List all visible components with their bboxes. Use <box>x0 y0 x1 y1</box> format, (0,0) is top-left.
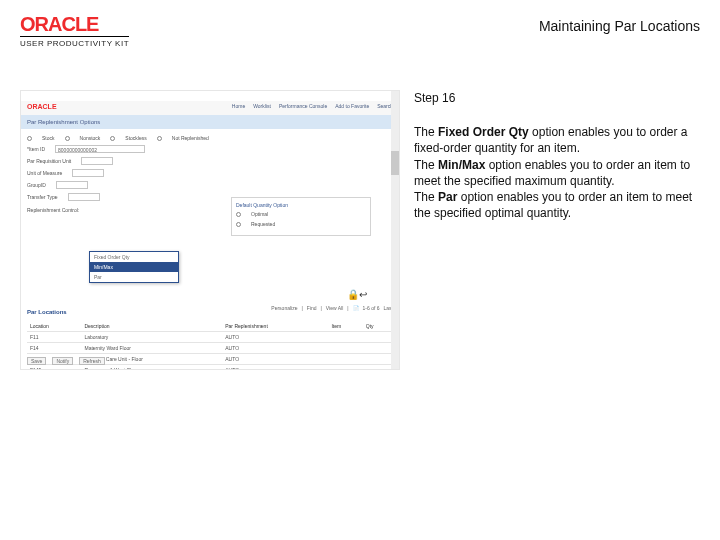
radio[interactable] <box>236 212 241 217</box>
input[interactable] <box>68 193 100 201</box>
scrollbar[interactable] <box>391 91 399 369</box>
radio[interactable] <box>110 136 115 141</box>
table-row: F11LaboratoryAUTO <box>27 332 393 343</box>
lock-icon: 🔒↩ <box>347 289 367 300</box>
radio[interactable] <box>27 136 32 141</box>
embedded-screenshot: ORACLE Home Worklist Performance Console… <box>20 90 400 370</box>
app-brand: ORACLE <box>27 103 57 110</box>
paragraph: The Min/Max option enables you to order … <box>414 157 700 189</box>
radio[interactable] <box>65 136 70 141</box>
replenish-dropdown[interactable]: Fixed Order Qty Min/Max Par <box>89 251 179 283</box>
label: *Item ID <box>27 146 45 152</box>
refresh-button[interactable]: Refresh <box>79 357 105 365</box>
table-row: F145Recovery - 1 West FloorAUTO <box>27 365 393 371</box>
input[interactable] <box>72 169 104 177</box>
grid-toolbar: Personalize| Find| View All| 📄 1-6 of 6 … <box>271 305 393 311</box>
input[interactable] <box>56 181 88 189</box>
notify-button[interactable]: Notify <box>52 357 73 365</box>
oracle-subtitle: USER PRODUCTIVITY KIT <box>20 36 129 48</box>
breadcrumb: Par Replenishment Options <box>21 115 399 129</box>
tab[interactable]: Worklist <box>253 103 271 109</box>
tab[interactable]: Home <box>232 103 245 109</box>
top-tabs: Home Worklist Performance Console Add to… <box>232 103 393 109</box>
item-id-field[interactable]: 80000000000002 <box>55 145 145 153</box>
oracle-wordmark: ORACLE <box>20 14 129 34</box>
radio[interactable] <box>157 136 162 141</box>
radio[interactable] <box>236 222 241 227</box>
tab[interactable]: Add to Favorite <box>335 103 369 109</box>
table-row: F14Maternity Ward FloorAUTO <box>27 343 393 354</box>
page-title: Maintaining Par Locations <box>539 14 700 34</box>
paragraph: The Fixed Order Qty option enables you t… <box>414 124 700 156</box>
tab[interactable]: Performance Console <box>279 103 327 109</box>
step-label: Step 16 <box>414 90 700 106</box>
replenish-label: Replenishment Control: <box>27 207 79 213</box>
save-button[interactable]: Save <box>27 357 46 365</box>
paragraph: The Par option enables you to order an i… <box>414 189 700 221</box>
input[interactable] <box>81 157 113 165</box>
qty-option-box: Default Quantity Option Optimal Requeste… <box>231 197 371 236</box>
oracle-logo: ORACLE USER PRODUCTIVITY KIT <box>20 14 129 48</box>
pager: Save Notify Refresh <box>27 357 105 365</box>
instruction-text: Step 16 The Fixed Order Qty option enabl… <box>414 90 700 370</box>
